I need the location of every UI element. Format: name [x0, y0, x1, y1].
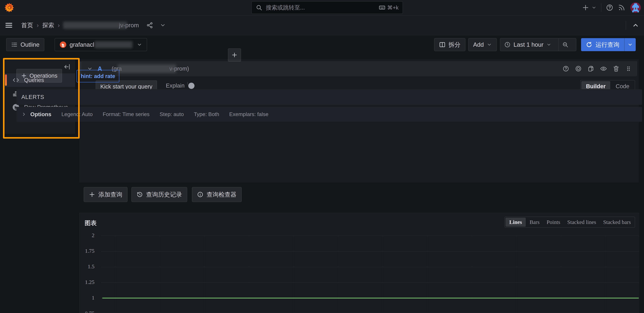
zoom-out-icon: [562, 41, 568, 48]
new-button[interactable]: [582, 4, 596, 11]
sync-icon: [586, 41, 592, 48]
topbar-actions: [582, 0, 641, 15]
news-button[interactable]: [618, 4, 625, 11]
tab-stacked-bars[interactable]: Stacked bars: [600, 218, 634, 227]
hint-add-rate-button[interactable]: hint: add rate: [76, 70, 119, 82]
query-datasource-label: (gra v-prom): [112, 64, 189, 73]
gridline-x: [160, 236, 160, 313]
chevron-down-icon: [487, 42, 492, 47]
clock-icon: [504, 41, 510, 48]
history-icon: [136, 191, 143, 198]
chevron-right-icon: [21, 112, 26, 117]
chevron-down-icon[interactable]: [160, 22, 166, 28]
breadcrumb-separator: ›: [37, 22, 39, 29]
y-tick-label: 1.75: [80, 248, 94, 254]
search-icon: [256, 4, 262, 11]
split-icon: [439, 41, 446, 48]
time-range-button[interactable]: Last 1 hour: [500, 38, 556, 51]
gridline-x: [561, 236, 561, 313]
plot-area[interactable]: [101, 236, 639, 313]
query-inspector-button[interactable]: 查询检查器: [192, 187, 242, 202]
option-exemplars: Exemplars: false: [229, 111, 268, 117]
y-tick-label: 2: [80, 232, 94, 238]
breadcrumb-bar: 首页 › 探索 › jv-prom: [0, 15, 644, 35]
series-line-alerts: [102, 298, 639, 299]
graph-style-tabs: Lines Bars Points Stacked lines Stacked …: [504, 217, 635, 228]
query-row-header[interactable]: A (gra v-prom): [81, 61, 637, 76]
search-shortcut: ⌘+k: [379, 4, 398, 11]
datasource-picker[interactable]: grafanacl: [55, 38, 147, 51]
add-filter-button[interactable]: [228, 48, 241, 61]
zoom-out-button[interactable]: [558, 38, 572, 51]
gridline-x: [606, 236, 606, 313]
chevron-down-icon: [592, 5, 596, 10]
grafana-logo-icon[interactable]: [4, 2, 14, 13]
gridline-y: [101, 236, 639, 236]
chevron-down-icon: [137, 42, 142, 47]
add-dropdown-button[interactable]: Add: [468, 38, 497, 51]
query-history-button[interactable]: 查询历史记录: [132, 187, 187, 202]
gridline-x: [294, 236, 294, 313]
option-step: Step: auto: [160, 111, 184, 117]
gridline-x: [115, 236, 116, 313]
avatar[interactable]: [630, 2, 641, 13]
prometheus-icon: [60, 41, 66, 48]
drag-handle-icon[interactable]: [626, 66, 632, 72]
tab-lines[interactable]: Lines: [506, 218, 526, 227]
redacted-text: [63, 22, 127, 29]
gridline-y: [101, 251, 639, 252]
chevron-up-icon[interactable]: [632, 22, 639, 29]
y-tick-label: 1.25: [80, 279, 94, 285]
redacted-text: [94, 41, 132, 48]
menu-icon[interactable]: [5, 21, 13, 29]
gridline-x: [338, 236, 338, 313]
option-type: Type: Both: [194, 111, 219, 117]
gridline-x: [249, 236, 249, 313]
explain-label: Explain: [166, 82, 184, 89]
redacted-text: [118, 64, 176, 73]
gridline-y: [101, 283, 639, 283]
copy-icon[interactable]: [588, 65, 594, 72]
global-search[interactable]: ⌘+k: [252, 1, 403, 14]
add-query-button[interactable]: 添加查询: [84, 187, 128, 202]
gridline-x: [204, 236, 204, 313]
share-icon[interactable]: [146, 22, 153, 29]
eye-icon[interactable]: [600, 65, 607, 72]
collapse-icon[interactable]: [64, 63, 70, 70]
trash-icon[interactable]: [613, 65, 620, 72]
run-query-button[interactable]: 运行查询: [581, 38, 636, 51]
search-input[interactable]: [266, 4, 379, 11]
breadcrumb-home[interactable]: 首页: [21, 21, 33, 29]
options-label: Options: [30, 111, 52, 118]
query-preview-box: ALERTS: [16, 89, 642, 105]
help-button[interactable]: [606, 4, 613, 11]
explain-toggle[interactable]: [187, 82, 188, 85]
top-bar: ⌘+k: [0, 0, 644, 15]
gridline-y: [101, 267, 639, 267]
graph-panel: 图表 Lines Bars Points Stacked lines Stack…: [79, 213, 639, 313]
y-tick-label: 1.5: [80, 263, 94, 270]
query-options-row[interactable]: Options Legend: Auto Format: Time series…: [16, 107, 642, 122]
gridline-x: [427, 236, 428, 313]
run-query-caret[interactable]: [624, 38, 636, 51]
y-axis: 21.751.51.2510.75: [80, 213, 98, 313]
outline-button[interactable]: Outline: [6, 38, 44, 51]
operations-button[interactable]: Operations: [16, 69, 62, 83]
query-preview-text: ALERTS: [21, 94, 44, 100]
query-help-icon[interactable]: [562, 65, 569, 72]
gridline-x: [472, 236, 472, 313]
breadcrumb-current: jv-prom: [63, 22, 139, 29]
y-tick-label: 0.75: [80, 310, 94, 313]
info-icon: [197, 191, 203, 198]
option-legend: Legend: Auto: [62, 111, 93, 117]
gridline-x: [516, 236, 517, 313]
split-button[interactable]: 拆分: [434, 38, 466, 51]
crumbbar-divider: [626, 21, 626, 30]
tab-stacked-lines[interactable]: Stacked lines: [564, 218, 600, 227]
breadcrumb-explore[interactable]: 探索: [42, 21, 54, 29]
tab-bars[interactable]: Bars: [526, 218, 543, 227]
record-icon[interactable]: [575, 65, 582, 72]
tab-points[interactable]: Points: [544, 218, 564, 227]
keyboard-icon: [379, 4, 385, 11]
topbar-divider: [601, 3, 601, 12]
